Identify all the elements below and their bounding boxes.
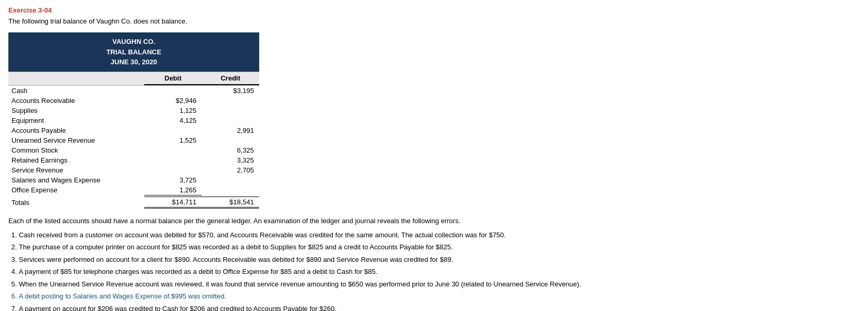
debit-value (144, 159, 202, 161)
credit-value (202, 99, 259, 101)
account-name: Office Expense (8, 185, 144, 195)
debit-value: 4,125 (144, 116, 202, 125)
table-row: Common Stock 6,325 (8, 145, 259, 155)
account-col-header (8, 72, 144, 85)
table-row: Retained Earnings 3,325 (8, 155, 259, 165)
error-item: A debit posting to Salaries and Wages Ex… (19, 291, 740, 302)
exercise-title: Exercise 3-04 (8, 6, 860, 14)
account-name: Cash (8, 86, 144, 96)
table-row: Equipment 4,125 (8, 116, 259, 125)
trial-balance-header: VAUGHN CO. TRIAL BALANCE JUNE 30, 2020 (8, 32, 259, 72)
error-item: The purchase of a computer printer on ac… (19, 242, 740, 252)
credit-value: 2,991 (202, 125, 259, 135)
intro-text: The following trial balance of Vaughn Co… (8, 17, 860, 25)
debit-value: 1,525 (144, 135, 202, 145)
debit-value (144, 129, 202, 131)
table-row: Service Revenue 2,705 (8, 165, 259, 175)
totals-label: Totals (8, 198, 144, 208)
error-item: When the Unearned Service Revenue accoun… (19, 279, 740, 290)
debit-value: 1,125 (144, 106, 202, 116)
account-name: Equipment (8, 116, 144, 125)
debit-value: $2,946 (144, 96, 202, 106)
account-name: Common Stock (8, 145, 144, 155)
account-name: Supplies (8, 106, 144, 116)
error-item: Services were performed on account for a… (19, 255, 740, 265)
totals-credit: $18,541 (202, 197, 259, 209)
error-item: Cash received from a customer on account… (19, 230, 740, 240)
credit-value (202, 179, 259, 181)
table-row: Unearned Service Revenue 1,525 (8, 135, 259, 145)
debit-value (144, 89, 202, 91)
credit-value: $3,195 (202, 86, 259, 96)
credit-value: 2,705 (202, 165, 259, 175)
credit-value (202, 109, 259, 111)
section-text: Each of the listed accounts should have … (8, 217, 688, 225)
credit-value: 6,325 (202, 145, 259, 155)
debit-col-header: Debit (144, 72, 202, 85)
debit-value: 1,265 (144, 185, 202, 195)
table-row: Accounts Payable 2,991 (8, 125, 259, 135)
table-container: VAUGHN CO. TRIAL BALANCE JUNE 30, 2020 D… (8, 32, 259, 209)
credit-value: 3,325 (202, 155, 259, 165)
table-row: Cash $3,195 (8, 86, 259, 96)
debit-value (144, 169, 202, 171)
errors-list: Cash received from a customer on account… (8, 230, 740, 312)
debit-value (144, 149, 202, 151)
credit-value (202, 139, 259, 141)
account-name: Salaries and Wages Expense (8, 175, 144, 185)
account-name: Retained Earnings (8, 155, 144, 165)
credit-col-header: Credit (202, 72, 259, 85)
credit-value (202, 189, 259, 191)
account-name: Accounts Payable (8, 125, 144, 135)
account-name: Accounts Receivable (8, 96, 144, 106)
error-item: A payment of $85 for telephone charges w… (19, 267, 740, 277)
totals-row: Totals $14,711 $18,541 (8, 197, 259, 209)
table-row: Office Expense 1,265 (8, 185, 259, 195)
trial-balance-rows: Cash $3,195 Accounts Receivable $2,946 S… (8, 86, 259, 195)
credit-value (202, 119, 259, 121)
table-row: Supplies 1,125 (8, 106, 259, 116)
account-name: Service Revenue (8, 165, 144, 175)
account-name: Unearned Service Revenue (8, 135, 144, 145)
debit-value: 3,725 (144, 175, 202, 185)
error-item: A payment on account for $206 was credit… (19, 304, 740, 312)
table-row: Salaries and Wages Expense 3,725 (8, 175, 259, 185)
table-row: Accounts Receivable $2,946 (8, 96, 259, 106)
totals-debit: $14,711 (144, 197, 202, 209)
